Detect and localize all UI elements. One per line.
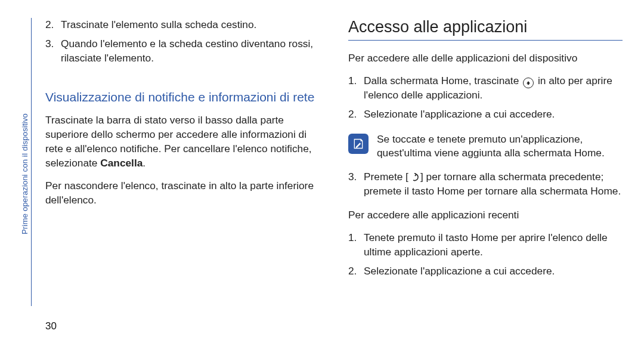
list-text: Dalla schermata Home, trascinate in alto… bbox=[364, 74, 623, 103]
list-number: 2. bbox=[348, 264, 364, 279]
text-run: Trascinate la barra di stato verso il ba… bbox=[45, 114, 312, 169]
list-item: 1. Tenete premuto il tasto Home per apri… bbox=[348, 231, 623, 260]
list-number: 2. bbox=[348, 107, 364, 122]
paragraph: Per accedere alle delle applicazioni del… bbox=[348, 51, 623, 66]
text-run: Premete [ bbox=[364, 171, 408, 183]
subheading: Visualizzazione di notifiche e informazi… bbox=[45, 89, 320, 106]
list-number: 3. bbox=[45, 37, 61, 66]
list-text: Premete [] per tornare alla schermata pr… bbox=[364, 170, 623, 199]
note-text: Se toccate e tenete premuto un'applicazi… bbox=[377, 132, 623, 161]
paragraph: Per nascondere l'elenco, trascinate in a… bbox=[45, 179, 320, 208]
list-number: 1. bbox=[348, 231, 364, 260]
back-key-icon bbox=[410, 173, 419, 181]
list-item: 2. Selezionate l'applicazione a cui acce… bbox=[348, 107, 623, 122]
list-number: 2. bbox=[45, 18, 61, 32]
page-number: 30 bbox=[45, 320, 57, 332]
list-item: 2. Selezionate l'applicazione a cui acce… bbox=[348, 264, 623, 279]
sidebar-rule bbox=[31, 18, 32, 306]
list-item: 1. Dalla schermata Home, trascinate in a… bbox=[348, 74, 623, 103]
text-run: Dalla schermata Home, trascinate bbox=[364, 75, 522, 87]
list-item: 2. Trascinate l'elemento sulla scheda ce… bbox=[45, 18, 320, 32]
section-heading: Accesso alle applicazioni bbox=[348, 18, 623, 41]
list-number: 1. bbox=[348, 74, 364, 103]
paragraph: Trascinate la barra di stato verso il ba… bbox=[45, 113, 320, 170]
apps-up-icon bbox=[523, 78, 534, 88]
page-content: 2. Trascinate l'elemento sulla scheda ce… bbox=[0, 0, 644, 349]
list-text: Selezionate l'applicazione a cui acceder… bbox=[364, 264, 555, 279]
paragraph: Per accedere alle applicazioni recenti bbox=[348, 208, 623, 223]
note-icon bbox=[348, 134, 369, 154]
sidebar-section-label: Prime operazioni con il dispositivo bbox=[20, 113, 29, 234]
left-column: 2. Trascinate l'elemento sulla scheda ce… bbox=[45, 18, 320, 331]
list-text: Trascinate l'elemento sulla scheda cesti… bbox=[61, 18, 256, 32]
list-text: Tenete premuto il tasto Home per aprire … bbox=[364, 231, 623, 260]
bold-text: Cancella bbox=[100, 157, 143, 169]
text-run: . bbox=[143, 157, 145, 169]
right-column: Accesso alle applicazioni Per accedere a… bbox=[348, 18, 623, 331]
list-text: Selezionate l'applicazione a cui acceder… bbox=[364, 107, 555, 122]
list-number: 3. bbox=[348, 170, 364, 199]
note-callout: Se toccate e tenete premuto un'applicazi… bbox=[348, 132, 623, 161]
list-item: 3. Premete [] per tornare alla schermata… bbox=[348, 170, 623, 199]
list-text: Quando l'elemento e la scheda cestino di… bbox=[61, 37, 320, 66]
list-item: 3. Quando l'elemento e la scheda cestino… bbox=[45, 37, 320, 66]
